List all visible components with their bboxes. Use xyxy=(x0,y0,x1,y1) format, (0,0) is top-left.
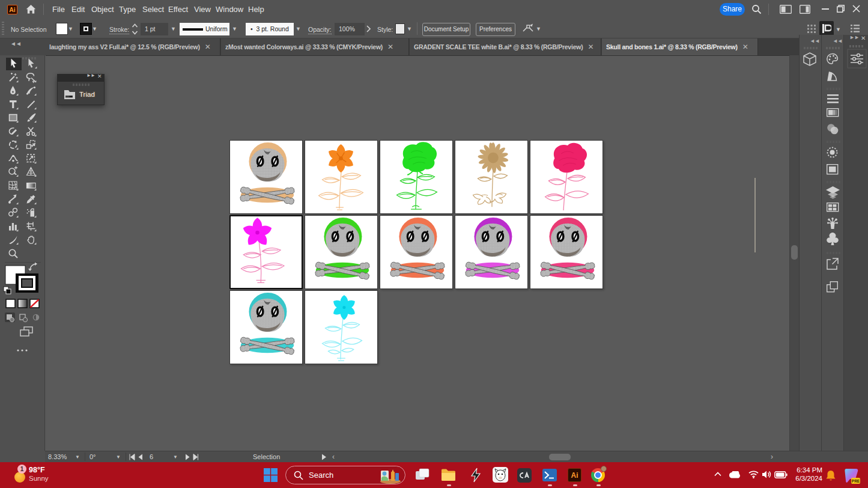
svg-text:PRE: PRE xyxy=(852,479,860,483)
